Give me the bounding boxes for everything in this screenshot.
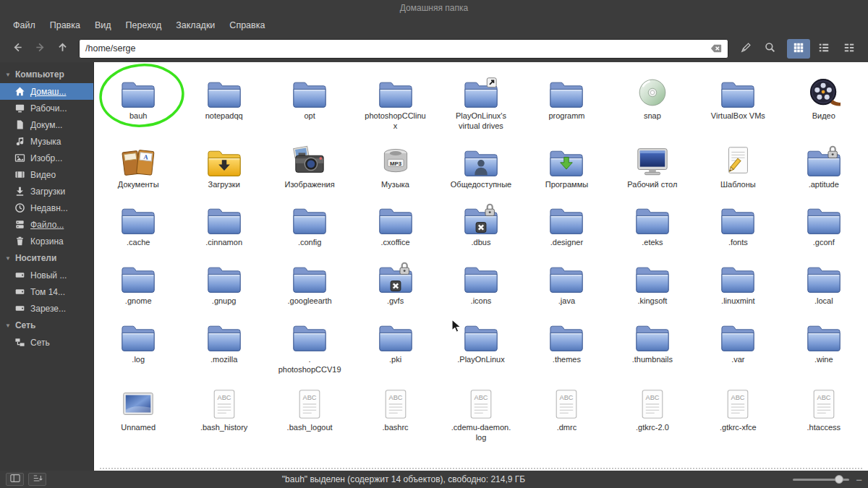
back-button[interactable] xyxy=(7,39,27,58)
file-item[interactable]: .dbus xyxy=(438,196,524,254)
sidebar-item[interactable]: Сеть xyxy=(0,334,93,351)
sidebar-section-header-2[interactable]: ▼Сеть xyxy=(0,317,93,334)
file-item[interactable]: .mozilla xyxy=(181,313,266,382)
file-item[interactable]: .designer xyxy=(524,196,609,254)
file-item[interactable]: .local xyxy=(781,254,867,313)
file-item[interactable]: ABC.bash_history xyxy=(181,381,266,450)
compact-view-button[interactable] xyxy=(838,39,861,59)
folder-icon xyxy=(205,317,243,353)
toggle-location-entry-button[interactable] xyxy=(735,39,757,58)
sidebar-item[interactable]: Загрузки xyxy=(0,183,93,200)
file-item[interactable]: .log xyxy=(95,313,181,382)
fileshare-icon xyxy=(14,219,25,230)
file-item[interactable]: photoshopCClinu x xyxy=(352,69,438,138)
video-icon xyxy=(14,169,25,180)
menu-view[interactable]: Вид xyxy=(88,17,119,33)
forward-button[interactable] xyxy=(30,39,50,58)
show-treeview-button[interactable] xyxy=(28,473,46,486)
sidebar-item[interactable]: Изобр... xyxy=(0,150,93,166)
file-item[interactable]: .googleearth xyxy=(267,254,352,313)
file-item[interactable]: Изображения xyxy=(267,138,352,197)
file-item[interactable]: Видео xyxy=(781,69,867,138)
sidebar-item[interactable]: Файло... xyxy=(0,216,93,233)
file-item[interactable]: .pki xyxy=(352,313,438,382)
file-item[interactable]: . photoshopCCV19 xyxy=(267,313,352,382)
file-item[interactable]: Рабочий стол xyxy=(610,138,695,197)
sidebar-item[interactable]: Музыка xyxy=(0,133,93,150)
file-item[interactable]: Загрузки xyxy=(181,138,266,197)
file-item[interactable]: PlayOnLinux's virtual drives xyxy=(438,69,524,138)
file-item[interactable]: ABC.gtkrc-2.0 xyxy=(610,381,695,450)
title-bar[interactable]: Домашняя папка xyxy=(0,0,868,16)
file-item[interactable]: .wine xyxy=(781,313,867,382)
sidebar-item[interactable]: Домаш... xyxy=(0,83,93,100)
file-item[interactable]: AДокументы xyxy=(95,138,181,197)
file-item[interactable]: ABC.dmrc xyxy=(524,381,609,450)
file-item[interactable]: notepadqq xyxy=(181,69,266,138)
file-item[interactable]: .gvfs xyxy=(352,254,438,313)
icon-view-button[interactable] xyxy=(787,39,810,59)
show-places-button[interactable] xyxy=(6,473,24,486)
file-item[interactable]: opt xyxy=(267,69,352,138)
file-item[interactable]: ABC.gtkrc-xfce xyxy=(695,381,780,450)
file-item[interactable]: .aptitude xyxy=(781,138,867,197)
sidebar-section-header-0[interactable]: ▼Компьютер xyxy=(0,66,93,83)
svg-text:MP3: MP3 xyxy=(390,160,402,166)
sidebar-item[interactable]: Зарезе... xyxy=(0,300,93,317)
file-item[interactable]: .PlayOnLinux xyxy=(438,313,524,382)
file-item[interactable]: .themes xyxy=(524,313,609,382)
compact-view-icon xyxy=(843,42,855,56)
clear-location-icon[interactable] xyxy=(710,43,722,53)
file-item[interactable]: .java xyxy=(524,254,609,313)
file-label: .dmrc xyxy=(557,423,577,433)
menu-help[interactable]: Справка xyxy=(222,17,272,33)
file-item[interactable]: snap xyxy=(610,69,695,138)
file-item[interactable]: Unnamed xyxy=(95,381,181,450)
sidebar-item[interactable]: Видео xyxy=(0,166,93,183)
sidebar-item[interactable]: Том 14... xyxy=(0,283,93,300)
sidebar-item[interactable]: Рабочи... xyxy=(0,100,93,116)
sidebar-item[interactable]: Корзина xyxy=(0,233,93,249)
file-item[interactable]: .thumbnails xyxy=(610,313,695,382)
sidebar-item[interactable]: Недавн... xyxy=(0,200,93,216)
menu-file[interactable]: Файл xyxy=(6,17,43,33)
file-item[interactable]: .cinnamon xyxy=(181,196,266,254)
file-item[interactable]: .kingsoft xyxy=(610,254,695,313)
file-item[interactable]: .gnome xyxy=(95,254,181,313)
zoom-slider[interactable] xyxy=(793,479,849,481)
menu-edit[interactable]: Правка xyxy=(43,17,88,33)
file-item[interactable]: .fonts xyxy=(695,196,780,254)
zoom-knob[interactable] xyxy=(835,475,843,484)
sidebar-item[interactable]: Докум... xyxy=(0,116,93,133)
file-item[interactable]: ABC.cdemu-daemon. log xyxy=(438,381,524,450)
file-item[interactable]: .icons xyxy=(438,254,524,313)
location-bar[interactable]: /home/serge xyxy=(79,39,728,59)
file-item[interactable]: VirtualBox VMs xyxy=(695,69,780,138)
file-item[interactable]: MP3Музыка xyxy=(352,138,438,197)
file-item[interactable]: .eteks xyxy=(610,196,695,254)
file-item[interactable]: .cache xyxy=(95,196,181,254)
file-item[interactable]: ABC.bashrc xyxy=(352,381,438,450)
file-item[interactable]: .gconf xyxy=(781,196,867,254)
up-button[interactable] xyxy=(52,39,72,58)
file-item[interactable]: Шаблоны xyxy=(695,138,780,197)
file-item[interactable]: bauh xyxy=(95,69,181,138)
file-item[interactable]: ABC.bash_logout xyxy=(267,381,352,450)
file-item[interactable]: Программы xyxy=(524,138,609,197)
file-item[interactable]: .var xyxy=(695,313,780,382)
menu-bookmarks[interactable]: Закладки xyxy=(169,17,222,33)
search-button[interactable] xyxy=(759,39,780,58)
sidebar-section-header-1[interactable]: ▼Носители xyxy=(0,249,93,267)
list-view-button[interactable] xyxy=(812,39,835,59)
file-item[interactable]: .gnupg xyxy=(181,254,266,313)
file-item[interactable]: ABC.htaccess xyxy=(781,381,867,450)
file-item[interactable]: programm xyxy=(524,69,609,138)
file-item[interactable]: Общедоступные xyxy=(438,138,524,197)
file-item[interactable]: .linuxmint xyxy=(695,254,780,313)
file-item[interactable]: .cxoffice xyxy=(352,196,438,254)
menu-go[interactable]: Переход xyxy=(119,17,169,33)
file-item[interactable]: .config xyxy=(267,196,352,254)
disk-icon xyxy=(14,270,25,281)
zoom-out-icon[interactable]: − xyxy=(856,474,862,485)
sidebar-item[interactable]: Новый ... xyxy=(0,267,93,283)
